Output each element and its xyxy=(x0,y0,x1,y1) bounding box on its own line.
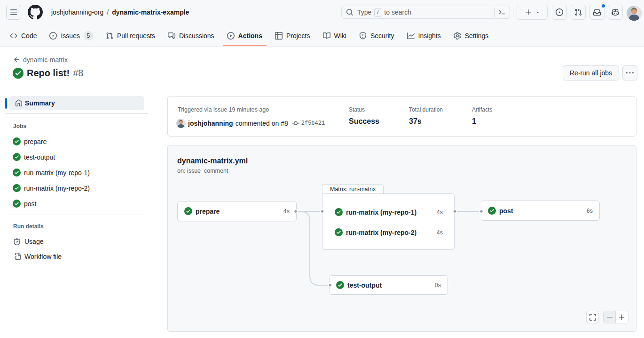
home-icon xyxy=(15,99,23,107)
sidebar-item-summary[interactable]: Summary xyxy=(9,96,144,110)
screen-full-icon xyxy=(589,314,597,321)
tab-wiki[interactable]: Wiki xyxy=(319,24,351,47)
tab-code[interactable]: Code xyxy=(6,24,41,47)
repo-nav: Code Issues 5 Pull requests Discussions … xyxy=(0,24,644,47)
hamburger-menu-button[interactable] xyxy=(6,5,21,20)
search-placeholder: Type / to search xyxy=(357,8,411,17)
status-value: Success xyxy=(349,117,379,126)
actor-login[interactable]: joshjohanning xyxy=(188,120,233,127)
plus-icon xyxy=(618,314,626,321)
tab-label: Settings xyxy=(465,32,489,40)
sidebar-item-usage[interactable]: Usage xyxy=(13,238,43,245)
check-circle-icon xyxy=(13,169,21,177)
gear-icon xyxy=(454,32,461,40)
user-avatar[interactable] xyxy=(627,6,642,21)
sidebar-job-test-output[interactable]: test-output xyxy=(13,153,55,161)
workflow-trigger: on: issue_comment xyxy=(177,168,228,174)
global-pull-requests-button[interactable] xyxy=(571,5,586,20)
run-title-row: Repo list! #8 xyxy=(13,68,83,79)
tab-label: Insights xyxy=(418,32,441,40)
job-label: run-matrix (my-repo-1) xyxy=(24,169,90,177)
search-icon xyxy=(346,8,353,16)
copilot-icon xyxy=(612,8,619,16)
breadcrumb: joshjohanning-org / dynamic-matrix-examp… xyxy=(51,0,189,24)
sidebar-job-run-matrix-2[interactable]: run-matrix (my-repo-2) xyxy=(13,184,90,192)
search-placeholder-prefix: Type xyxy=(357,8,371,16)
artifacts-value: 1 xyxy=(472,117,476,126)
tab-issues[interactable]: Issues 5 xyxy=(45,24,97,47)
back-link[interactable]: dynamic-matrix xyxy=(13,56,68,64)
tab-settings[interactable]: Settings xyxy=(449,24,493,47)
tab-discussions[interactable]: Discussions xyxy=(164,24,219,47)
code-icon xyxy=(10,32,17,40)
tab-security[interactable]: Security xyxy=(355,24,399,47)
notification-dot xyxy=(601,3,606,8)
graph-icon xyxy=(407,32,415,40)
tab-label: Projects xyxy=(286,32,310,40)
global-issues-button[interactable] xyxy=(552,5,567,20)
node-duration: 4s xyxy=(437,209,443,216)
git-commit-icon xyxy=(292,120,299,127)
graph-node-post[interactable]: post 6s xyxy=(481,201,600,221)
github-logo-icon[interactable] xyxy=(28,5,43,20)
check-circle-icon xyxy=(13,153,21,161)
sidebar-item-label: Summary xyxy=(25,99,55,107)
sidebar-item-workflow-file[interactable]: Workflow file xyxy=(13,253,62,260)
tab-insights[interactable]: Insights xyxy=(403,24,445,47)
node-label: prepare xyxy=(196,208,220,215)
notifications-button[interactable] xyxy=(589,5,605,20)
book-icon xyxy=(323,32,330,40)
zoom-in-button[interactable] xyxy=(616,311,628,323)
sidebar-job-prepare[interactable]: prepare xyxy=(13,137,47,145)
breadcrumb-repo-link[interactable]: dynamic-matrix-example xyxy=(112,8,189,16)
graph-fullscreen-button[interactable] xyxy=(586,311,599,323)
search-inner-divider xyxy=(494,8,495,17)
actor-avatar[interactable] xyxy=(176,119,186,128)
rerun-all-jobs-button[interactable]: Re-run all jobs xyxy=(563,65,619,80)
table-icon xyxy=(275,32,283,40)
issues-counter: 5 xyxy=(84,31,93,40)
comment-discussion-icon xyxy=(168,32,175,40)
node-label: run-matrix (my-repo-2) xyxy=(346,229,416,236)
header-divider xyxy=(513,8,513,17)
plus-icon xyxy=(525,8,532,16)
search-placeholder-suffix: to search xyxy=(384,8,411,16)
app-header: joshjohanning-org / dynamic-matrix-examp… xyxy=(0,0,644,47)
run-options-button[interactable] xyxy=(622,65,637,80)
play-icon xyxy=(227,32,235,40)
duration-label: Total duration xyxy=(409,106,443,113)
zoom-out-button[interactable] xyxy=(604,311,616,323)
check-circle-icon xyxy=(336,281,344,289)
matrix-group-tab: Matrix: run-matrix xyxy=(322,184,384,194)
sidebar-job-post[interactable]: post xyxy=(13,200,36,208)
workflow-graph-card: dynamic-matrix.yml on: issue_comment pre… xyxy=(167,145,636,332)
graph-node-prepare[interactable]: prepare 4s xyxy=(177,201,297,221)
tab-pull-requests[interactable]: Pull requests xyxy=(102,24,159,47)
tab-actions[interactable]: Actions xyxy=(223,24,267,47)
git-pull-request-icon xyxy=(106,32,113,40)
actor-line: joshjohanning commented on #8 2f5b421 xyxy=(176,118,325,129)
job-label: test-output xyxy=(24,153,55,161)
graph-node-run-matrix-2[interactable]: run-matrix (my-repo-2) 4s xyxy=(322,222,455,242)
arrow-left-icon xyxy=(13,56,21,64)
global-search-input[interactable]: Type / to search xyxy=(341,6,510,19)
check-circle-icon xyxy=(488,207,496,215)
node-label: post xyxy=(499,207,513,215)
tab-label: Security xyxy=(370,32,394,40)
status-label: Status xyxy=(349,106,365,113)
inbox-icon xyxy=(593,8,601,16)
graph-node-test-output[interactable]: test-output 0s xyxy=(329,275,448,295)
tab-projects[interactable]: Projects xyxy=(271,24,314,47)
duration-value: 37s xyxy=(409,117,422,126)
git-pull-request-icon xyxy=(574,8,582,16)
create-new-button[interactable] xyxy=(517,5,548,20)
breadcrumb-org-link[interactable]: joshjohanning-org xyxy=(51,8,103,16)
sidebar-job-run-matrix-1[interactable]: run-matrix (my-repo-1) xyxy=(13,169,90,177)
job-label: run-matrix (my-repo-2) xyxy=(24,185,90,192)
command-palette-icon[interactable] xyxy=(498,8,506,16)
copilot-button[interactable] xyxy=(608,5,623,20)
graph-node-run-matrix-1[interactable]: run-matrix (my-repo-1) 4s xyxy=(322,202,455,222)
job-label: prepare xyxy=(24,138,47,145)
shield-icon xyxy=(359,32,367,40)
commit-sha-link[interactable]: 2f5b421 xyxy=(301,120,325,127)
